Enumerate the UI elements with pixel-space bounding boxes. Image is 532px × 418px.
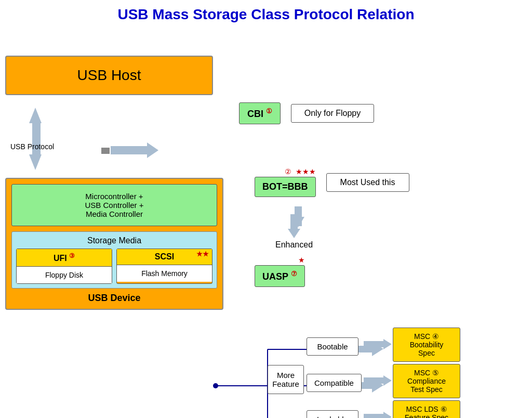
ufi-text: UFI [54,254,67,263]
flash-memory-label: Flash Memory [117,265,212,282]
compatible-box: Compatible [307,374,362,392]
svg-marker-3 [29,154,42,170]
cbi-box: CBI ① [239,102,281,124]
uasp-box: UASP ⑦ [255,265,305,287]
scsi-stars: ★★ [196,250,209,258]
usb-host-box: USB Host [5,56,213,95]
uasp-num: ⑦ [291,270,297,278]
arrow-lockable [364,412,392,418]
msc6-box: MSC LDS ⑥ Feature Spec [393,400,460,418]
svg-point-9 [213,383,218,388]
only-floppy-box: Only for Floppy [291,104,374,123]
scsi-item: SCSI ★★ Flash Memory [116,249,212,284]
uasp-star: ★ [298,256,305,264]
msc5-box: MSC ⑤ Compliance Test Spec [393,364,460,398]
ufi-item: UFI ③ Floppy Disk [16,249,112,284]
microcontroller-box: Microcontroller + USB Controller + Media… [11,184,217,226]
bot-box: BOT=BBB [255,177,316,197]
scsi-label-box: SCSI ★★ [117,249,212,265]
floppy-disk-label: Floppy Disk [17,267,112,283]
bot-num: ② [285,167,291,176]
cbi-num: ① [266,107,272,115]
svg-rect-4 [101,148,110,154]
svg-rect-5 [111,146,147,154]
arrow-bootable [364,339,392,349]
enhanced-area: Enhanced [275,214,313,250]
enhanced-text: Enhanced [275,240,313,250]
bot-row: ② ★★★ BOT=BBB Most Used this [255,167,409,197]
uasp-label: UASP [262,271,288,282]
bootable-box: Bootable [307,337,358,356]
cbi-label: CBI [247,109,263,119]
svg-marker-0 [29,108,42,123]
svg-marker-6 [147,142,158,158]
page-title: USB Mass Storage Class Protocol Relation [0,0,532,27]
enhanced-shaft [290,214,298,229]
msc4-box: MSC ④ Bootability Spec [393,328,460,362]
usb-device-label: USB Device [11,293,217,304]
svg-rect-1 [32,123,41,139]
arrow-compatible [364,375,392,386]
ufi-num: ③ [69,252,75,259]
storage-media-label: Storage Media [16,236,212,245]
lockable-box: Lockable [307,410,358,418]
enhanced-arrowhead [288,229,300,238]
bot-stars: ★★★ [296,167,316,176]
storage-media-area: Storage Media UFI ③ Floppy Disk SCSI ★★ [11,231,217,289]
uasp-row: ★ UASP ⑦ [255,256,305,287]
usb-protocol-label: USB Protocol [10,142,54,151]
device-outer-box: Microcontroller + USB Controller + Media… [5,178,223,310]
ufi-label-box: UFI ③ [17,249,112,267]
most-used-box: Most Used this [326,173,409,192]
more-feature-box: More Feature [268,365,304,394]
scsi-text: SCSI [155,252,174,261]
cbi-row: CBI ① Only for Floppy [239,102,374,124]
